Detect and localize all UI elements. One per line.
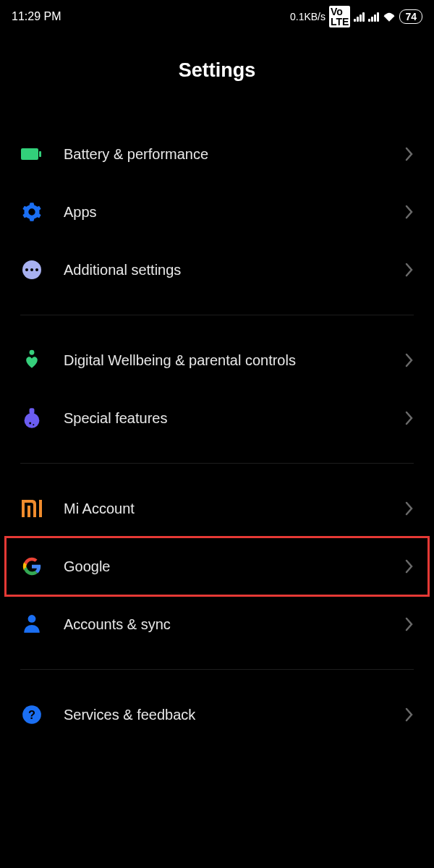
svg-point-3 [25, 413, 40, 428]
status-indicators: 0.1KB/s VoLTE 74 [290, 6, 422, 27]
signal-icon-2 [368, 12, 379, 22]
svg-point-7 [28, 615, 36, 623]
chevron-right-icon [405, 559, 414, 574]
settings-list: Battery & performance Apps Additional se… [0, 125, 434, 744]
person-icon [20, 613, 43, 636]
settings-row-additional-settings[interactable]: Additional settings [13, 241, 421, 299]
row-label: Mi Account [64, 499, 385, 519]
row-label: Accounts & sync [64, 615, 385, 634]
ellipsis-icon [20, 258, 43, 281]
heart-person-icon [20, 349, 43, 372]
status-time: 11:29 PM [12, 10, 61, 23]
svg-rect-0 [21, 148, 38, 160]
battery-indicator: 74 [399, 9, 422, 24]
google-logo-icon [20, 555, 43, 578]
svg-point-2 [30, 350, 35, 355]
svg-point-6 [33, 424, 34, 425]
row-label: Apps [64, 203, 385, 222]
settings-row-apps[interactable]: Apps [13, 183, 421, 241]
svg-text:?: ? [28, 708, 35, 721]
chevron-right-icon [405, 263, 414, 277]
mi-logo-icon [20, 497, 43, 520]
divider [20, 315, 414, 315]
row-label: Digital Wellbeing & parental controls [64, 351, 385, 370]
chevron-right-icon [405, 353, 414, 367]
divider [20, 463, 414, 464]
gear-icon [20, 200, 43, 224]
signal-icon [354, 12, 365, 22]
row-label: Special features [64, 409, 385, 428]
wifi-icon [383, 12, 396, 22]
battery-icon [20, 142, 43, 166]
chevron-right-icon [405, 147, 414, 161]
page-title: Settings [0, 59, 434, 82]
settings-row-google[interactable]: Google [6, 537, 428, 595]
flask-icon [20, 407, 43, 430]
page-header: Settings [0, 33, 434, 125]
row-label: Services & feedback [64, 705, 385, 725]
settings-row-mi-account[interactable]: Mi Account [13, 480, 421, 537]
volte-badge: VoLTE [329, 6, 350, 27]
settings-row-accounts-sync[interactable]: Accounts & sync [13, 595, 421, 653]
chevron-right-icon [405, 205, 414, 219]
chevron-right-icon [405, 707, 414, 722]
chevron-right-icon [405, 501, 414, 516]
help-icon: ? [20, 703, 43, 726]
chevron-right-icon [405, 411, 414, 425]
settings-row-battery-performance[interactable]: Battery & performance [13, 125, 421, 183]
divider [20, 669, 414, 670]
network-speed: 0.1KB/s [290, 11, 326, 22]
svg-rect-1 [39, 151, 41, 157]
row-label: Google [64, 557, 385, 576]
row-label: Battery & performance [64, 145, 385, 164]
chevron-right-icon [405, 617, 414, 631]
status-bar: 11:29 PM 0.1KB/s VoLTE 74 [0, 0, 434, 33]
svg-rect-4 [30, 408, 35, 414]
svg-point-5 [29, 422, 31, 424]
settings-row-digital-wellbeing[interactable]: Digital Wellbeing & parental controls [13, 331, 421, 389]
settings-row-special-features[interactable]: Special features [13, 389, 421, 447]
row-label: Additional settings [64, 260, 385, 280]
settings-row-services-feedback[interactable]: ? Services & feedback [13, 686, 421, 744]
